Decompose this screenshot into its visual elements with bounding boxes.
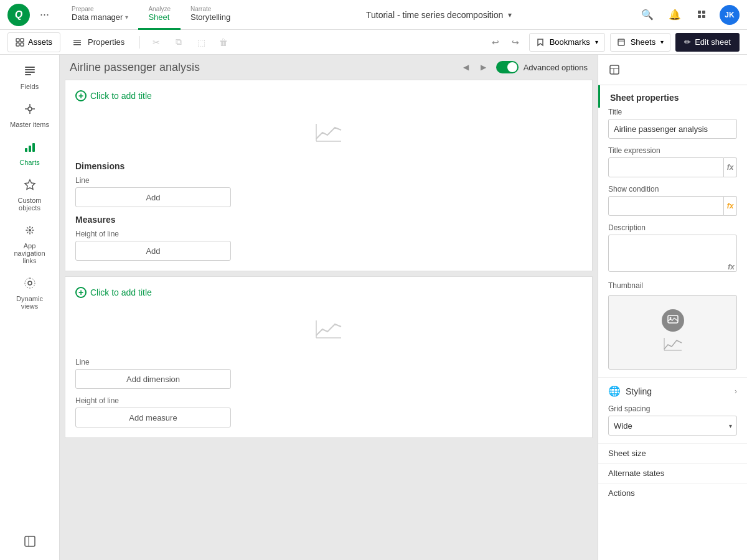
- sheet-view-icon-btn[interactable]: [606, 61, 623, 78]
- app-menu-dots[interactable]: ···: [40, 8, 49, 21]
- properties-panel-toggle[interactable]: Properties: [65, 32, 132, 52]
- pencil-icon: ✏: [684, 37, 691, 47]
- bookmarks-chevron: ▾: [595, 39, 598, 45]
- description-section: Description fx: [598, 223, 747, 281]
- right-sidebar-icon-row: [598, 55, 747, 85]
- sheets-chevron: ▾: [660, 39, 664, 45]
- sidebar-item-bottom[interactable]: [5, 530, 55, 553]
- sheet-properties-title: Sheet properties: [598, 85, 747, 108]
- qlik-logo[interactable]: Q: [7, 4, 30, 26]
- nav-prepare[interactable]: Prepare Data manager ▾: [62, 0, 138, 30]
- dynamic-views-icon: [24, 277, 36, 292]
- edit-sheet-button[interactable]: ✏ Edit sheet: [675, 33, 740, 52]
- toggle-knob: [507, 62, 517, 72]
- dimensions-title-1: Dimensions: [75, 161, 582, 171]
- svg-point-17: [28, 107, 32, 111]
- description-textarea[interactable]: [608, 235, 737, 272]
- grid-icon-btn[interactable]: [692, 5, 712, 25]
- delete-button[interactable]: 🗑: [215, 34, 232, 51]
- app-title-chevron[interactable]: ▾: [508, 11, 512, 19]
- app-title-area: Tutorial - time series decomposition ▾: [240, 10, 637, 20]
- add-measure-button-1[interactable]: Add: [75, 241, 231, 261]
- svg-rect-33: [610, 65, 619, 74]
- canvas-sheet-title: Airline passenger analysis: [70, 61, 200, 74]
- description-label: Description: [608, 223, 737, 232]
- notifications-icon-btn[interactable]: 🔔: [665, 5, 685, 25]
- sidebar-item-master-items[interactable]: Master items: [5, 98, 55, 133]
- title-expression-input[interactable]: [608, 157, 724, 177]
- svg-rect-27: [25, 536, 35, 546]
- sheet-size-item: Sheet size: [598, 443, 747, 463]
- sidebar-item-custom-objects[interactable]: Custom objects: [5, 174, 55, 217]
- sheets-label: Sheets: [631, 37, 655, 47]
- redo-button[interactable]: ↪: [507, 34, 524, 51]
- thumbnail-icons: [662, 309, 684, 332]
- nav-narrate[interactable]: Narrate Storytelling: [181, 0, 240, 30]
- nav-analyze-label: Analyze: [148, 6, 171, 12]
- svg-rect-13: [25, 67, 35, 68]
- add-title-button-2[interactable]: + Click to add title: [75, 287, 582, 298]
- copy-button[interactable]: ⧉: [170, 34, 187, 51]
- styling-section[interactable]: 🌐 Styling ›: [598, 377, 747, 404]
- add-measure-button-2[interactable]: Add measure: [75, 408, 231, 427]
- show-condition-input[interactable]: [608, 196, 724, 216]
- left-sidebar: Fields Master items: [0, 55, 60, 560]
- show-condition-fx-button[interactable]: fx: [724, 196, 737, 216]
- nav-analyze[interactable]: Analyze Sheet: [138, 0, 181, 30]
- assets-panel-toggle[interactable]: Assets: [7, 32, 60, 52]
- canvas-prev-button[interactable]: ◀: [459, 60, 474, 75]
- fx-icon: fx: [727, 163, 734, 172]
- app-title: Tutorial - time series decomposition: [366, 10, 503, 20]
- add-dimension-button-1[interactable]: Add: [75, 187, 231, 207]
- advanced-options-toggle[interactable]: Advanced options: [496, 61, 588, 73]
- title-prop-section: Title: [598, 108, 747, 146]
- styling-expand-icon: ›: [735, 387, 737, 396]
- grid-spacing-select[interactable]: Wide Medium Narrow: [608, 416, 737, 436]
- sidebar-item-dynamic-views[interactable]: Dynamic views: [5, 272, 55, 315]
- sidebar-item-charts[interactable]: Charts: [5, 136, 55, 171]
- grid-spacing-label: Grid spacing: [608, 404, 737, 413]
- sheet-panel-2: + Click to add title Line Add dimension …: [65, 276, 593, 438]
- qlik-logo-mark: Q: [7, 4, 30, 26]
- svg-rect-4: [16, 39, 19, 42]
- undo-button[interactable]: ↩: [487, 34, 504, 51]
- advanced-options-switch[interactable]: [496, 61, 519, 73]
- top-navigation: Q ··· Prepare Data manager ▾ Analyze She…: [0, 0, 747, 30]
- title-expression-section: Title expression fx: [598, 146, 747, 185]
- add-dimension-button-2[interactable]: Add dimension: [75, 369, 231, 389]
- canvas-area: Airline passenger analysis ◀ ▶ Advanced …: [60, 55, 598, 560]
- svg-rect-22: [25, 148, 27, 152]
- canvas-next-button[interactable]: ▶: [476, 60, 491, 75]
- measures-field-label-1: Height of line: [75, 230, 582, 238]
- thumbnail-container[interactable]: [608, 295, 737, 370]
- sheets-button[interactable]: Sheets ▾: [610, 33, 670, 52]
- actions-item: Actions: [598, 483, 747, 503]
- paste-button[interactable]: ⬚: [192, 34, 210, 51]
- title-expression-field: fx: [608, 157, 737, 177]
- nav-prepare-arrow: ▾: [125, 14, 128, 21]
- svg-rect-2: [698, 15, 701, 18]
- dynamic-views-label: Dynamic views: [7, 295, 52, 310]
- cut-button[interactable]: ✂: [148, 34, 165, 51]
- styling-label: Styling: [626, 386, 735, 396]
- sidebar-item-app-navigation[interactable]: App navigation links: [5, 219, 55, 269]
- add-title-button-1[interactable]: + Click to add title: [75, 90, 582, 101]
- user-avatar[interactable]: JK: [720, 5, 740, 25]
- svg-point-26: [28, 281, 32, 285]
- description-fx-icon[interactable]: fx: [728, 263, 735, 271]
- svg-rect-6: [16, 43, 19, 46]
- show-condition-section: Show condition fx: [598, 185, 747, 223]
- svg-rect-23: [29, 146, 31, 152]
- title-expression-fx-button[interactable]: fx: [724, 157, 737, 177]
- bookmarks-button[interactable]: Bookmarks ▾: [529, 33, 605, 52]
- show-condition-label: Show condition: [608, 185, 737, 194]
- sidebar-item-fields[interactable]: Fields: [5, 60, 55, 95]
- charts-icon: [24, 141, 36, 156]
- charts-label: Charts: [19, 159, 39, 166]
- search-icon-btn[interactable]: 🔍: [637, 5, 657, 25]
- assets-label: Assets: [28, 37, 52, 47]
- title-input[interactable]: [608, 119, 737, 139]
- chart-placeholder-2: [75, 306, 582, 353]
- sheet-panel-1: + Click to add title Dimensions Line Add…: [65, 80, 593, 271]
- svg-rect-5: [21, 39, 24, 42]
